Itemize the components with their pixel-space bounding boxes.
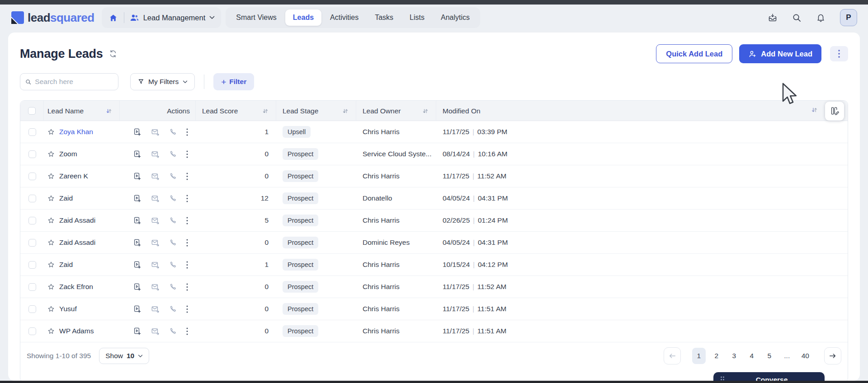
add-activity-icon[interactable] bbox=[133, 238, 142, 247]
inbox-download-icon[interactable] bbox=[768, 13, 778, 23]
tab-leads[interactable]: Leads bbox=[285, 9, 321, 26]
star-icon[interactable] bbox=[47, 327, 55, 335]
lead-name-link[interactable]: Zareen K bbox=[59, 172, 88, 180]
lead-name-link[interactable]: Zoya Khan bbox=[59, 128, 93, 136]
row-more-icon[interactable] bbox=[186, 239, 188, 247]
row-more-icon[interactable] bbox=[186, 305, 188, 313]
star-icon[interactable] bbox=[47, 195, 55, 202]
call-phone-icon[interactable] bbox=[169, 173, 177, 180]
send-email-icon[interactable] bbox=[151, 261, 160, 269]
page-3[interactable]: 3 bbox=[727, 348, 741, 364]
send-email-icon[interactable] bbox=[151, 128, 160, 136]
page-size-select[interactable]: Show 10 bbox=[99, 348, 149, 364]
row-checkbox[interactable] bbox=[28, 261, 36, 269]
tab-analytics[interactable]: Analytics bbox=[433, 9, 477, 26]
send-email-icon[interactable] bbox=[151, 238, 160, 247]
page-40[interactable]: 40 bbox=[798, 348, 813, 364]
lead-name-link[interactable]: Yusuf bbox=[59, 305, 77, 313]
row-more-icon[interactable] bbox=[186, 217, 188, 224]
row-more-icon[interactable] bbox=[186, 261, 188, 269]
add-activity-icon[interactable] bbox=[133, 305, 142, 313]
row-checkbox[interactable] bbox=[28, 150, 36, 158]
star-icon[interactable] bbox=[47, 128, 55, 135]
row-more-icon[interactable] bbox=[186, 150, 188, 158]
row-more-icon[interactable] bbox=[186, 173, 188, 180]
row-checkbox[interactable] bbox=[28, 305, 36, 313]
page-1[interactable]: 1 bbox=[692, 348, 706, 364]
col-header-modified-on[interactable]: Modified On bbox=[436, 101, 848, 121]
call-phone-icon[interactable] bbox=[169, 283, 177, 291]
call-phone-icon[interactable] bbox=[169, 128, 177, 136]
tab-lists[interactable]: Lists bbox=[402, 9, 432, 26]
row-more-icon[interactable] bbox=[186, 195, 188, 202]
select-all-checkbox[interactable] bbox=[28, 107, 36, 115]
page-4[interactable]: 4 bbox=[745, 348, 759, 364]
add-new-lead-button[interactable]: Add New Lead bbox=[739, 44, 821, 63]
send-email-icon[interactable] bbox=[151, 150, 160, 159]
star-icon[interactable] bbox=[47, 217, 55, 224]
tab-activities[interactable]: Activities bbox=[322, 9, 366, 26]
send-email-icon[interactable] bbox=[151, 216, 160, 225]
row-more-icon[interactable] bbox=[186, 327, 188, 335]
send-email-icon[interactable] bbox=[151, 305, 160, 313]
star-icon[interactable] bbox=[47, 305, 55, 313]
lead-name-link[interactable]: Zack Efron bbox=[59, 283, 93, 291]
col-header-lead-score[interactable]: Lead Score bbox=[196, 101, 276, 121]
tab-smart-views[interactable]: Smart Views bbox=[228, 9, 284, 26]
call-phone-icon[interactable] bbox=[169, 150, 177, 158]
row-checkbox[interactable] bbox=[28, 173, 36, 180]
add-activity-icon[interactable] bbox=[133, 172, 142, 181]
add-filter-button[interactable]: + Filter bbox=[213, 73, 254, 90]
add-activity-icon[interactable] bbox=[133, 194, 142, 203]
lead-name-link[interactable]: Zaid bbox=[59, 194, 73, 202]
call-phone-icon[interactable] bbox=[169, 239, 177, 247]
lead-name-link[interactable]: WP Adams bbox=[59, 327, 94, 335]
avatar[interactable]: P bbox=[840, 9, 857, 26]
row-checkbox[interactable] bbox=[28, 239, 36, 247]
my-filters-button[interactable]: My Filters bbox=[130, 73, 195, 90]
sort-icon[interactable] bbox=[262, 108, 269, 114]
page-5[interactable]: 5 bbox=[763, 348, 776, 364]
lead-name-link[interactable]: Zaid Assadi bbox=[59, 216, 95, 224]
sort-icon[interactable] bbox=[811, 107, 818, 115]
star-icon[interactable] bbox=[47, 173, 55, 180]
add-activity-icon[interactable] bbox=[133, 128, 142, 136]
call-phone-icon[interactable] bbox=[169, 261, 177, 269]
sort-icon[interactable] bbox=[342, 108, 349, 114]
star-icon[interactable] bbox=[47, 239, 55, 246]
row-checkbox[interactable] bbox=[28, 283, 36, 291]
star-icon[interactable] bbox=[47, 150, 55, 158]
call-phone-icon[interactable] bbox=[169, 327, 177, 335]
lead-name-link[interactable]: Zaid Assadi bbox=[59, 238, 95, 247]
refresh-icon[interactable] bbox=[108, 49, 118, 58]
add-activity-icon[interactable] bbox=[133, 327, 142, 336]
page-2[interactable]: 2 bbox=[710, 348, 723, 364]
row-more-icon[interactable] bbox=[186, 128, 188, 136]
add-activity-icon[interactable] bbox=[133, 150, 142, 159]
star-icon[interactable] bbox=[47, 283, 55, 290]
star-icon[interactable] bbox=[47, 261, 55, 268]
send-email-icon[interactable] bbox=[151, 283, 160, 291]
lead-name-link[interactable]: Zoom bbox=[59, 150, 77, 158]
col-header-lead-name[interactable]: Lead Name bbox=[44, 101, 120, 121]
add-activity-icon[interactable] bbox=[133, 216, 142, 225]
send-email-icon[interactable] bbox=[151, 194, 160, 203]
add-activity-icon[interactable] bbox=[133, 261, 142, 269]
lead-management-menu[interactable]: Lead Management bbox=[130, 14, 215, 22]
send-email-icon[interactable] bbox=[151, 327, 160, 336]
brand-logo[interactable]: leadsquared bbox=[11, 11, 94, 25]
call-phone-icon[interactable] bbox=[169, 305, 177, 313]
row-checkbox[interactable] bbox=[28, 195, 36, 202]
row-checkbox[interactable] bbox=[28, 217, 36, 224]
sort-icon[interactable] bbox=[106, 108, 112, 114]
search-input[interactable] bbox=[35, 78, 113, 86]
edit-columns-icon[interactable] bbox=[825, 102, 844, 121]
send-email-icon[interactable] bbox=[151, 172, 160, 181]
quick-add-lead-button[interactable]: Quick Add Lead bbox=[656, 44, 732, 63]
row-checkbox[interactable] bbox=[28, 128, 36, 136]
col-header-lead-owner[interactable]: Lead Owner bbox=[356, 101, 436, 121]
call-phone-icon[interactable] bbox=[169, 195, 177, 202]
call-phone-icon[interactable] bbox=[169, 217, 177, 224]
col-header-lead-stage[interactable]: Lead Stage bbox=[276, 101, 356, 121]
tab-tasks[interactable]: Tasks bbox=[367, 9, 401, 26]
